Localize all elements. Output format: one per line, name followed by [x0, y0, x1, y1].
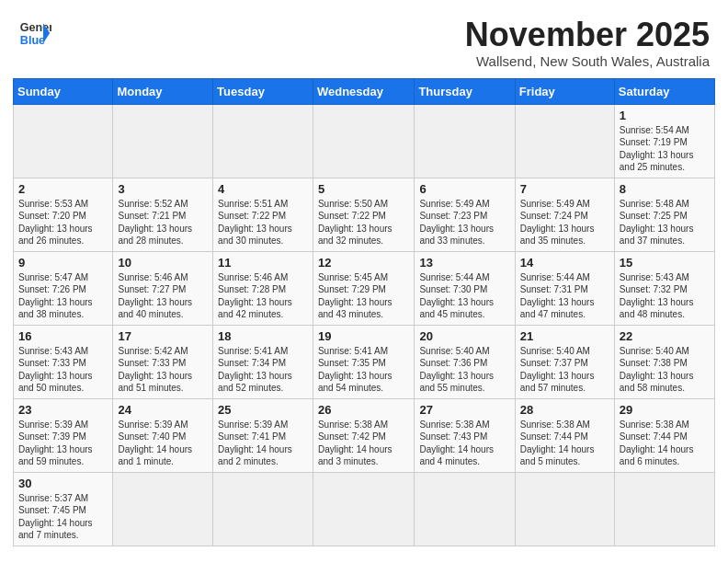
- calendar-cell: 24Sunrise: 5:39 AM Sunset: 7:40 PM Dayli…: [113, 398, 213, 472]
- day-info: Sunrise: 5:52 AM Sunset: 7:21 PM Dayligh…: [118, 198, 208, 247]
- day-info: Sunrise: 5:53 AM Sunset: 7:20 PM Dayligh…: [18, 198, 108, 247]
- calendar-week-2: 9Sunrise: 5:47 AM Sunset: 7:26 PM Daylig…: [14, 251, 715, 325]
- day-info: Sunrise: 5:38 AM Sunset: 7:43 PM Dayligh…: [419, 419, 509, 468]
- calendar-cell: 27Sunrise: 5:38 AM Sunset: 7:43 PM Dayli…: [415, 398, 515, 472]
- calendar-cell: 7Sunrise: 5:49 AM Sunset: 7:24 PM Daylig…: [515, 178, 614, 251]
- calendar-cell: 8Sunrise: 5:48 AM Sunset: 7:25 PM Daylig…: [614, 178, 714, 251]
- calendar-cell: 5Sunrise: 5:50 AM Sunset: 7:22 PM Daylig…: [313, 178, 414, 251]
- calendar-cell: 3Sunrise: 5:52 AM Sunset: 7:21 PM Daylig…: [113, 178, 213, 251]
- calendar-week-1: 2Sunrise: 5:53 AM Sunset: 7:20 PM Daylig…: [14, 178, 715, 251]
- day-number: 25: [218, 403, 308, 417]
- weekday-header-saturday: Saturday: [614, 78, 714, 104]
- calendar-cell: 28Sunrise: 5:38 AM Sunset: 7:44 PM Dayli…: [515, 398, 614, 472]
- day-info: Sunrise: 5:47 AM Sunset: 7:26 PM Dayligh…: [18, 271, 108, 321]
- day-number: 29: [620, 403, 710, 417]
- calendar-container: SundayMondayTuesdayWednesdayThursdayFrid…: [0, 78, 728, 559]
- day-info: Sunrise: 5:43 AM Sunset: 7:32 PM Dayligh…: [620, 271, 710, 321]
- calendar-cell: 9Sunrise: 5:47 AM Sunset: 7:26 PM Daylig…: [14, 251, 113, 325]
- day-info: Sunrise: 5:39 AM Sunset: 7:40 PM Dayligh…: [118, 419, 208, 468]
- calendar-cell: 22Sunrise: 5:40 AM Sunset: 7:38 PM Dayli…: [614, 325, 714, 398]
- day-info: Sunrise: 5:40 AM Sunset: 7:36 PM Dayligh…: [419, 345, 509, 395]
- day-info: Sunrise: 5:49 AM Sunset: 7:24 PM Dayligh…: [520, 198, 609, 247]
- day-number: 1: [620, 109, 710, 122]
- logo-icon: General Blue: [18, 17, 51, 50]
- day-info: Sunrise: 5:40 AM Sunset: 7:38 PM Dayligh…: [620, 345, 710, 395]
- weekday-header-thursday: Thursday: [415, 78, 515, 104]
- calendar-cell: 13Sunrise: 5:44 AM Sunset: 7:30 PM Dayli…: [415, 251, 515, 325]
- day-number: 22: [620, 329, 710, 343]
- calendar-cell: 10Sunrise: 5:46 AM Sunset: 7:27 PM Dayli…: [113, 251, 213, 325]
- calendar-cell: [515, 472, 614, 546]
- svg-text:Blue: Blue: [20, 34, 45, 47]
- calendar-week-0: 1Sunrise: 5:54 AM Sunset: 7:19 PM Daylig…: [14, 104, 715, 178]
- day-number: 11: [218, 256, 308, 270]
- day-number: 30: [18, 477, 108, 490]
- calendar-cell: [313, 104, 414, 178]
- day-info: Sunrise: 5:38 AM Sunset: 7:44 PM Dayligh…: [520, 419, 609, 468]
- day-number: 5: [318, 182, 409, 196]
- day-number: 21: [520, 329, 609, 343]
- day-info: Sunrise: 5:46 AM Sunset: 7:28 PM Dayligh…: [218, 271, 308, 321]
- calendar-cell: [113, 472, 213, 546]
- calendar-cell: 29Sunrise: 5:38 AM Sunset: 7:44 PM Dayli…: [614, 398, 714, 472]
- day-info: Sunrise: 5:49 AM Sunset: 7:23 PM Dayligh…: [419, 198, 509, 247]
- calendar-cell: 26Sunrise: 5:38 AM Sunset: 7:42 PM Dayli…: [313, 398, 414, 472]
- day-info: Sunrise: 5:42 AM Sunset: 7:33 PM Dayligh…: [118, 345, 208, 395]
- location-subtitle: Wallsend, New South Wales, Australia: [465, 53, 710, 69]
- calendar-cell: 20Sunrise: 5:40 AM Sunset: 7:36 PM Dayli…: [415, 325, 515, 398]
- calendar-cell: [415, 472, 515, 546]
- day-number: 27: [419, 403, 509, 417]
- calendar-cell: 19Sunrise: 5:41 AM Sunset: 7:35 PM Dayli…: [313, 325, 414, 398]
- calendar-header: SundayMondayTuesdayWednesdayThursdayFrid…: [14, 78, 715, 104]
- day-info: Sunrise: 5:43 AM Sunset: 7:33 PM Dayligh…: [18, 345, 108, 395]
- day-number: 16: [18, 329, 108, 343]
- day-number: 13: [419, 256, 509, 270]
- calendar-table: SundayMondayTuesdayWednesdayThursdayFrid…: [13, 78, 715, 546]
- calendar-cell: 21Sunrise: 5:40 AM Sunset: 7:37 PM Dayli…: [515, 325, 614, 398]
- day-info: Sunrise: 5:44 AM Sunset: 7:30 PM Dayligh…: [419, 271, 509, 321]
- calendar-cell: [313, 472, 414, 546]
- day-number: 19: [318, 329, 409, 343]
- calendar-week-3: 16Sunrise: 5:43 AM Sunset: 7:33 PM Dayli…: [14, 325, 715, 398]
- calendar-body: 1Sunrise: 5:54 AM Sunset: 7:19 PM Daylig…: [14, 104, 715, 546]
- day-number: 9: [18, 256, 108, 270]
- calendar-cell: 23Sunrise: 5:39 AM Sunset: 7:39 PM Dayli…: [14, 398, 113, 472]
- calendar-cell: 12Sunrise: 5:45 AM Sunset: 7:29 PM Dayli…: [313, 251, 414, 325]
- day-number: 4: [218, 182, 308, 196]
- day-info: Sunrise: 5:50 AM Sunset: 7:22 PM Dayligh…: [318, 198, 409, 247]
- day-info: Sunrise: 5:38 AM Sunset: 7:42 PM Dayligh…: [318, 419, 409, 468]
- calendar-cell: 15Sunrise: 5:43 AM Sunset: 7:32 PM Dayli…: [614, 251, 714, 325]
- day-number: 12: [318, 256, 409, 270]
- day-info: Sunrise: 5:46 AM Sunset: 7:27 PM Dayligh…: [118, 271, 208, 321]
- weekday-header-monday: Monday: [113, 78, 213, 104]
- calendar-cell: 14Sunrise: 5:44 AM Sunset: 7:31 PM Dayli…: [515, 251, 614, 325]
- day-info: Sunrise: 5:41 AM Sunset: 7:34 PM Dayligh…: [218, 345, 308, 395]
- day-number: 23: [18, 403, 108, 417]
- day-number: 18: [218, 329, 308, 343]
- calendar-cell: [515, 104, 614, 178]
- day-number: 6: [419, 182, 509, 196]
- weekday-header-wednesday: Wednesday: [313, 78, 414, 104]
- day-number: 17: [118, 329, 208, 343]
- calendar-cell: [113, 104, 213, 178]
- calendar-cell: 30Sunrise: 5:37 AM Sunset: 7:45 PM Dayli…: [14, 472, 113, 546]
- day-info: Sunrise: 5:39 AM Sunset: 7:39 PM Dayligh…: [18, 419, 108, 468]
- day-info: Sunrise: 5:54 AM Sunset: 7:19 PM Dayligh…: [620, 124, 710, 174]
- day-number: 15: [620, 256, 710, 270]
- day-info: Sunrise: 5:45 AM Sunset: 7:29 PM Dayligh…: [318, 271, 409, 321]
- calendar-cell: 18Sunrise: 5:41 AM Sunset: 7:34 PM Dayli…: [213, 325, 313, 398]
- day-number: 2: [18, 182, 108, 196]
- page-header: General Blue November 2025 Wallsend, New…: [0, 0, 728, 78]
- calendar-cell: 6Sunrise: 5:49 AM Sunset: 7:23 PM Daylig…: [415, 178, 515, 251]
- calendar-cell: 2Sunrise: 5:53 AM Sunset: 7:20 PM Daylig…: [14, 178, 113, 251]
- calendar-cell: 16Sunrise: 5:43 AM Sunset: 7:33 PM Dayli…: [14, 325, 113, 398]
- month-title: November 2025: [465, 17, 710, 53]
- day-number: 28: [520, 403, 609, 417]
- day-info: Sunrise: 5:40 AM Sunset: 7:37 PM Dayligh…: [520, 345, 609, 395]
- day-number: 20: [419, 329, 509, 343]
- weekday-header-friday: Friday: [515, 78, 614, 104]
- weekday-header-tuesday: Tuesday: [213, 78, 313, 104]
- title-area: November 2025 Wallsend, New South Wales,…: [465, 17, 710, 69]
- day-number: 7: [520, 182, 609, 196]
- day-number: 8: [620, 182, 710, 196]
